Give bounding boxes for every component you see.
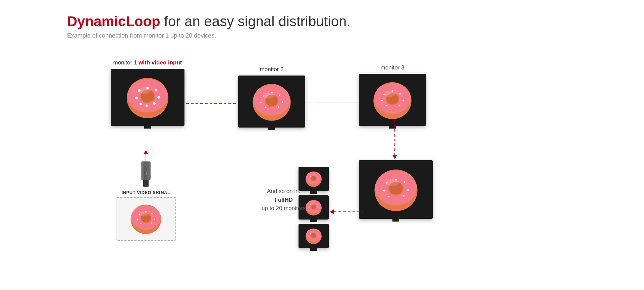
monitor-2: monitor 2 ★ ★ ★ ★ ★ ★ ★: [238, 66, 305, 128]
svg-text:★: ★: [155, 88, 158, 92]
svg-point-74: [311, 205, 316, 209]
svg-point-65: [311, 176, 316, 181]
arrow-1-to-2: [186, 101, 242, 106]
svg-text:★: ★: [281, 100, 284, 103]
page-container: DynamicLoop for an easy signal distribut…: [0, 0, 644, 290]
svg-text:★: ★: [380, 99, 383, 102]
monitor-3-screen: ★ ★ ★ ★ ★ ★ ★: [359, 74, 426, 126]
svg-text:★: ★: [277, 105, 280, 109]
diagram-area: monitor 1 with video input: [67, 46, 577, 288]
arrow-4-to-small: [330, 209, 363, 214]
brand-name: DynamicLoop: [67, 13, 160, 29]
svg-text:★: ★: [398, 104, 400, 107]
svg-text:★: ★: [399, 92, 401, 95]
svg-text:★: ★: [140, 102, 143, 105]
input-signal-area: HDMI INPUT VIDEO SIGNAL: [116, 150, 176, 241]
and-so-on-text: And so on in: FullHD up to 20 monitors: [262, 187, 306, 213]
monitor-1-screen: ★ ★ ★ ★ ★ ★ ★: [111, 69, 184, 126]
svg-point-47: [384, 91, 395, 97]
svg-text:★: ★: [264, 106, 267, 109]
svg-point-34: [263, 92, 274, 98]
svg-text:★: ★: [136, 218, 138, 221]
svg-text:★: ★: [158, 96, 161, 99]
main-title: DynamicLoop for an easy signal distribut…: [67, 13, 577, 30]
svg-text:★: ★: [260, 101, 262, 104]
svg-text:★: ★: [135, 96, 138, 100]
svg-point-104: [139, 211, 148, 216]
svg-text:★: ★: [385, 104, 388, 107]
svg-text:★: ★: [278, 93, 281, 97]
monitor-2-screen: ★ ★ ★ ★ ★ ★ ★: [238, 76, 305, 128]
svg-text:★: ★: [403, 180, 406, 184]
header-section: DynamicLoop for an easy signal distribut…: [67, 13, 577, 39]
arrow-2-to-3: [308, 100, 363, 104]
svg-point-13: [146, 105, 148, 107]
svg-point-21: [138, 87, 150, 94]
cable-arrow-up: [144, 150, 148, 161]
arrow-3-to-4: [392, 120, 397, 159]
monitor-4: ★ ★ ★ ★ ★ ★ ★: [359, 160, 433, 219]
svg-point-83: [311, 233, 316, 238]
svg-text:★: ★: [154, 101, 157, 105]
monitor-3: monitor 3 ★ ★ ★ ★ ★ ★ ★: [359, 64, 426, 126]
monitor-small-3: ★ ★ ★ ★: [299, 224, 329, 248]
svg-text:HDMI: HDMI: [146, 171, 148, 176]
svg-text:★: ★: [407, 188, 410, 192]
monitor-small-3-screen: ★ ★ ★ ★: [299, 224, 329, 248]
input-signal-box: ★ ★ ★ ★ ★ ★ ★: [116, 197, 176, 241]
svg-text:★: ★: [387, 194, 390, 198]
monitor-1: monitor 1 with video input: [111, 59, 184, 126]
monitor-3-label: monitor 3: [381, 64, 405, 71]
hdmi-cable: HDMI: [140, 161, 152, 188]
subtitle: Example of connection from monitor 1 up …: [67, 32, 577, 39]
svg-rect-91: [143, 180, 149, 187]
svg-text:★: ★: [382, 189, 385, 192]
svg-text:★: ★: [140, 222, 142, 225]
svg-text:★: ★: [402, 194, 405, 197]
svg-text:★: ★: [402, 98, 405, 102]
svg-rect-89: [143, 163, 149, 166]
svg-text:★: ★: [151, 212, 153, 215]
svg-text:★: ★: [154, 218, 156, 221]
input-label: INPUT VIDEO SIGNAL: [122, 190, 170, 195]
monitor-2-label: monitor 2: [260, 66, 284, 73]
svg-text:★: ★: [150, 222, 152, 225]
monitor-4-screen: ★ ★ ★ ★ ★ ★ ★: [359, 160, 433, 219]
monitor-1-label: monitor 1 with video input: [113, 59, 182, 66]
svg-point-60: [386, 179, 398, 186]
